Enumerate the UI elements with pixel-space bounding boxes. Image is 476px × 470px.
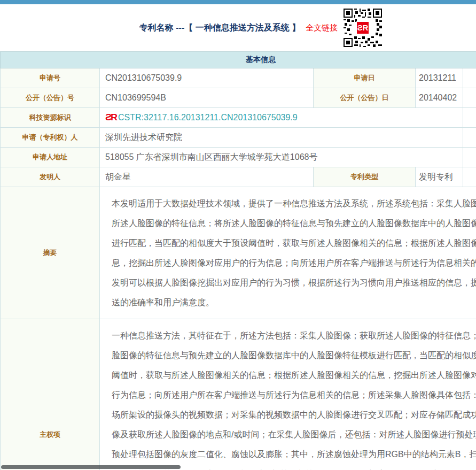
applicant-address-value: 518055 广东省深圳市南山区西丽大学城学苑大道1068号 <box>100 148 463 167</box>
fulltext-link[interactable]: 全文链接 <box>306 23 338 33</box>
applicant-label: 申请（专利权）人 <box>1 128 100 148</box>
empty-cell <box>463 148 476 167</box>
application-date-value: 20131211 <box>416 68 463 88</box>
cstr-row: 科技资源标识 ƧRCSTR:32117.16.20131211.CN201310… <box>1 108 476 128</box>
applicant-address-row: 申请人地址 518055 广东省深圳市南山区西丽大学城学苑大道1068号 <box>1 148 476 167</box>
application-number-label: 申请号 <box>1 68 100 88</box>
application-date-label: 申请日 <box>314 68 416 88</box>
publication-date-label: 公开（公告）日 <box>314 88 416 108</box>
applicant-row: 申请（专利权）人 深圳先进技术研究院 <box>1 128 476 148</box>
abstract-line: 息，挖掘出所述人脸图像对应用户的行为信息；向所述用户所在客户端推送与所述行为信息… <box>112 253 476 273</box>
publication-number-row: 公开（公告）号 CN103699594B 公开（公告）日 20140402 <box>1 88 476 108</box>
top-accent-bar <box>0 0 476 4</box>
qr-logo-text: ƧR <box>357 24 369 32</box>
abstract-line: 送的准确率和用户满意度。 <box>112 292 476 312</box>
main-claim-line: 行为信息；向所述用户所在客户端推送与所述行为信息相关的信息；所述采集人脸图像具体… <box>112 385 476 405</box>
patent-title: 专利名称 ---【 一种信息推送方法及系统 】 <box>139 22 300 34</box>
patent-type-value: 发明专利 <box>416 167 463 187</box>
basic-info-section: 基本信息 申请号 CN201310675039.9 申请日 20131211 公… <box>0 51 476 470</box>
abstract-row: 摘要 本发明适用于大数据处理技术领域，提供了一种信息推送方法及系统，所述系统包括… <box>1 187 476 319</box>
cstr-icon: ƧR <box>105 113 116 123</box>
main-claim-line: 阈值时，获取与所述人脸图像相关的信息；根据所述人脸图像相关的信息，挖掘出所述人脸… <box>112 365 476 385</box>
empty-cell <box>463 68 476 88</box>
applicant-address-label: 申请人地址 <box>1 148 100 167</box>
table-section-header-row: 基本信息 <box>1 52 476 68</box>
page-header: 专利名称 ---【 一种信息推送方法及系统 】 全文链接 ƧR <box>0 4 476 51</box>
abstract-line: 发明可以根据人脸图像挖掘出对应用户的行为习惯，根据所述行为习惯向用户推送相应的信… <box>112 273 476 292</box>
main-claim-line: 脸图像的特征信息与预先建立的人脸图像数据库中的人脸图像特征模板进行匹配，当匹配的… <box>112 345 476 365</box>
abstract-label: 摘要 <box>1 187 100 319</box>
main-claim-row: 主权项 一种信息推送方法，其特征在于，所述方法包括：采集人脸图像；获取所述人脸图… <box>1 319 476 470</box>
empty-cell <box>463 167 476 187</box>
qr-code-icon: ƧR <box>344 9 382 47</box>
cstr-label: 科技资源标识 <box>1 108 100 128</box>
abstract-line: 所述人脸图像的特征信息；将所述人脸图像的特征信息与预先建立的人脸图像数据库中的人… <box>112 213 476 233</box>
main-claim-line: 预处理包括图像的灰度二值化、腐蚀以及膨胀；其中，所述腐蚀处理为用RGB中的结构元… <box>112 444 476 464</box>
cstr-link[interactable]: CSTR:32117.16.20131211.CN201310675039.9 <box>118 113 298 122</box>
main-claim-line: 像及获取所述人脸图像的地点和/或时间；在采集人脸图像后，还包括：对所述人脸图像进… <box>112 425 476 444</box>
application-number-row: 申请号 CN201310675039.9 申请日 20131211 <box>1 68 476 88</box>
application-number-value: CN201310675039.9 <box>100 68 314 88</box>
inventor-value: 胡金星 <box>100 167 314 187</box>
main-claim-text: 一种信息推送方法，其特征在于，所述方法包括：采集人脸图像；获取所述人脸图像的特征… <box>100 319 476 470</box>
table-section-header: 基本信息 <box>1 52 476 68</box>
empty-cell <box>463 88 476 108</box>
main-claim-line: 场所架设的摄像头的视频数据；对采集的视频数据中的人脸图像进行交叉匹配；对应存储匹… <box>112 405 476 425</box>
main-claim-label: 主权项 <box>1 319 100 470</box>
main-claim-line: 一种信息推送方法，其特征在于，所述方法包括：采集人脸图像；获取所述人脸图像的特征… <box>112 326 476 345</box>
empty-cell <box>463 108 476 128</box>
abstract-line: 本发明适用于大数据处理技术领域，提供了一种信息推送方法及系统，所述系统包括：采集… <box>112 194 476 213</box>
cstr-value-cell: ƧRCSTR:32117.16.20131211.CN201310675039.… <box>100 108 463 128</box>
publication-number-label: 公开（公告）号 <box>1 88 100 108</box>
inventor-label: 发明人 <box>1 167 100 187</box>
publication-number-value: CN103699594B <box>100 88 314 108</box>
abstract-text: 本发明适用于大数据处理技术领域，提供了一种信息推送方法及系统，所述系统包括：采集… <box>100 187 476 319</box>
basic-info-table: 基本信息 申请号 CN201310675039.9 申请日 20131211 公… <box>0 51 476 470</box>
abstract-line: 进行匹配，当匹配的相似度大于预设阈值时，获取与所述人脸图像相关的信息；根据所述人… <box>112 233 476 253</box>
applicant-value: 深圳先进技术研究院 <box>100 128 463 148</box>
empty-cell <box>463 128 476 148</box>
publication-date-value: 20140402 <box>416 88 463 108</box>
patent-type-label: 专利类型 <box>314 167 416 187</box>
inventor-row: 发明人 胡金星 专利类型 发明专利 <box>1 167 476 187</box>
horizontal-scrollbar-thumb[interactable] <box>1 465 181 469</box>
